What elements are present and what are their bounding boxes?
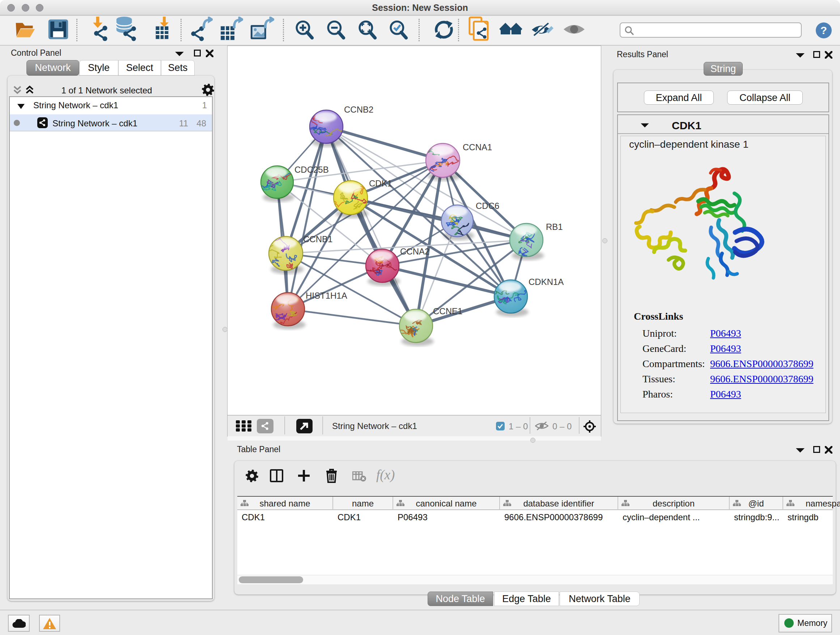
svg-text:CCNB1: CCNB1 <box>303 234 332 244</box>
svg-text:HIST1H1A: HIST1H1A <box>306 291 347 301</box>
svg-text:RB1: RB1 <box>546 222 563 232</box>
svg-text:CCNE1: CCNE1 <box>433 306 462 316</box>
svg-text:CCNA2: CCNA2 <box>400 247 429 256</box>
svg-text:CDK1: CDK1 <box>369 179 392 188</box>
svg-text:CCNB2: CCNB2 <box>344 105 373 114</box>
svg-text:CCNA1: CCNA1 <box>463 142 492 152</box>
svg-text:CDC6: CDC6 <box>476 201 499 211</box>
svg-text:CDKN1A: CDKN1A <box>529 277 564 287</box>
svg-text:CDC25B: CDC25B <box>294 165 329 174</box>
